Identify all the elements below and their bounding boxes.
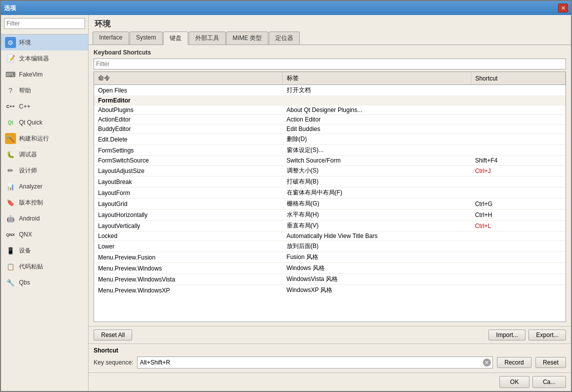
sidebar-label-build: 构建和运行 [19,134,49,143]
table-row[interactable]: ActionEditorAction Editor [94,115,565,124]
sidebar-item-debug[interactable]: 调试器 [1,146,88,162]
cmd-cell: Open Files [94,85,283,96]
label-cell: 删除(D) [283,134,471,145]
table-row[interactable]: AboutPluginsAbout Qt Designer Plugins... [94,106,565,115]
cmd-cell: Lower [94,241,283,252]
sidebar-item-qtquick[interactable]: Qt Quick [1,114,88,130]
shortcuts-filter-input[interactable] [94,58,566,70]
sidebar-label-designer: 设计师 [19,166,37,175]
table-row[interactable]: Menu.Preview.FusionFusion 风格 [94,252,565,263]
shortcut-cell [471,106,565,115]
cmd-cell: FormSettings [94,145,283,156]
col-header-shortcut: Shortcut [471,72,565,85]
table-row[interactable]: Menu.Preview.WindowsXPWindowsXP 风格 [94,285,565,295]
table-row[interactable]: Menu.Preview.WindowsWindows 风格 [94,263,565,274]
sidebar-item-android[interactable]: Android [1,210,88,226]
shortcuts-table: 命令 标签 Shortcut Open Files打开文档FormEditorA… [94,72,565,294]
import-button[interactable]: Import... [488,330,525,340]
sidebar: 环境 文本编辑器 FakeVim 帮助 C++ Qt Quick [1,15,89,391]
shortcut-cell [471,124,565,134]
qbs-icon [5,277,16,288]
key-sequence-label: Key sequence: [94,359,133,366]
record-button[interactable]: Record [497,357,531,368]
shortcut-cell: Shift+F4 [471,156,565,166]
sidebar-item-version[interactable]: 版本控制 [1,194,88,210]
reset-all-button[interactable]: Reset All [94,330,132,340]
shortcut-cell [471,263,565,274]
table-row[interactable]: LayoutBreak打破布局(B) [94,176,565,188]
label-cell: 放到后面(B) [283,241,471,252]
qnx-icon [5,229,16,240]
sidebar-item-designer[interactable]: 设计师 [1,162,88,178]
sidebar-item-build[interactable]: 构建和运行 [1,130,88,146]
sidebar-item-qbs[interactable]: Qbs [1,274,88,290]
sidebar-label-qbs: Qbs [19,279,30,286]
sidebar-filter-input[interactable] [4,18,85,29]
cancel-button[interactable]: Ca... [532,376,566,388]
tab-system[interactable]: System [130,32,163,44]
sidebar-label-texteditor: 文本编辑器 [19,54,49,63]
sidebar-item-device[interactable]: 设备 [1,242,88,258]
table-row[interactable]: LockedAutomatically Hide View Title Bars [94,232,565,241]
table-row[interactable]: LayoutGrid栅格布局(G)Ctrl+G [94,198,565,210]
table-row[interactable]: LayoutAdjustSize调整大小(S)Ctrl+J [94,166,565,176]
label-cell: 在窗体布局中布局(F) [283,188,471,198]
keyboard-shortcuts-title: Keyboard Shortcuts [94,49,566,56]
texteditor-icon [5,53,16,64]
cmd-cell: Locked [94,232,283,241]
sidebar-item-fakevim[interactable]: FakeVim [1,66,88,82]
cmd-cell: AboutPlugins [94,106,283,115]
bottom-buttons: Reset All Import... Export... [89,326,571,344]
cmd-cell: LayoutVertically [94,220,283,232]
close-button[interactable]: ✕ [558,4,568,12]
label-cell: Fusion 风格 [283,252,471,263]
shortcut-cell [471,115,565,124]
cmd-cell: ActionEditor [94,115,283,124]
table-row[interactable]: BuddyEditorEdit Buddies [94,124,565,134]
table-row[interactable]: LayoutVertically垂直布局(V)Ctrl+L [94,220,565,232]
export-button[interactable]: Export... [528,330,566,340]
group-header-label: FormEditor [94,96,565,106]
table-row[interactable]: Lower放到后面(B) [94,241,565,252]
shortcut-cell [471,232,565,241]
dialog-footer: OK Ca... [89,372,571,391]
shortcut-cell [471,145,565,156]
analyzer-icon [5,181,16,192]
table-row[interactable]: Edit.Delete删除(D) [94,134,565,145]
sidebar-item-analyzer[interactable]: Analyzer [1,178,88,194]
tab-keyboard[interactable]: 键盘 [163,32,188,45]
keyboard-shortcuts-section: Keyboard Shortcuts 命令 标签 Shortcut [89,45,571,326]
tab-external-tools[interactable]: 外部工具 [189,32,226,44]
table-row[interactable]: LayoutHorizontally水平布局(H)Ctrl+H [94,210,565,220]
sidebar-label-version: 版本控制 [19,198,43,207]
sidebar-label-device: 设备 [19,246,31,255]
table-row[interactable]: LayoutForm在窗体布局中布局(F) [94,188,565,198]
cmd-cell: LayoutAdjustSize [94,166,283,176]
tab-locator[interactable]: 定位器 [269,32,300,44]
reset-shortcut-button[interactable]: Reset [535,357,566,368]
table-row[interactable]: Menu.Preview.WindowsVistaWindowsVista 风格 [94,274,565,285]
sidebar-item-qnx[interactable]: QNX [1,226,88,242]
sidebar-item-texteditor[interactable]: 文本编辑器 [1,50,88,66]
table-row[interactable]: FormSettings窗体设定(S)... [94,145,565,156]
shortcuts-table-scroll[interactable]: 命令 标签 Shortcut Open Files打开文档FormEditorA… [94,72,565,294]
table-row[interactable]: FormSwitchSourceSwitch Source/FormShift+… [94,156,565,166]
tab-interface[interactable]: Interface [93,32,129,44]
key-sequence-input[interactable] [137,356,493,368]
ok-button[interactable]: OK [499,376,529,388]
label-cell: WindowsVista 风格 [283,274,471,285]
table-row[interactable]: Open Files打开文档 [94,85,565,96]
shortcuts-table-wrapper: 命令 标签 Shortcut Open Files打开文档FormEditorA… [94,72,566,322]
tab-mime-types[interactable]: MIME 类型 [226,32,269,44]
sidebar-item-cpp[interactable]: C++ [1,98,88,114]
shortcut-cell [471,188,565,198]
sidebar-item-help[interactable]: 帮助 [1,82,88,98]
designer-icon [5,165,16,176]
col-header-label: 标签 [283,72,471,85]
sidebar-item-env[interactable]: 环境 [1,34,88,50]
cmd-cell: Menu.Preview.Fusion [94,252,283,263]
debug-icon [5,149,16,160]
sidebar-item-clip[interactable]: 代码粘贴 [1,258,88,274]
build-icon [5,133,16,144]
clear-key-sequence-button[interactable]: ✕ [483,358,491,366]
